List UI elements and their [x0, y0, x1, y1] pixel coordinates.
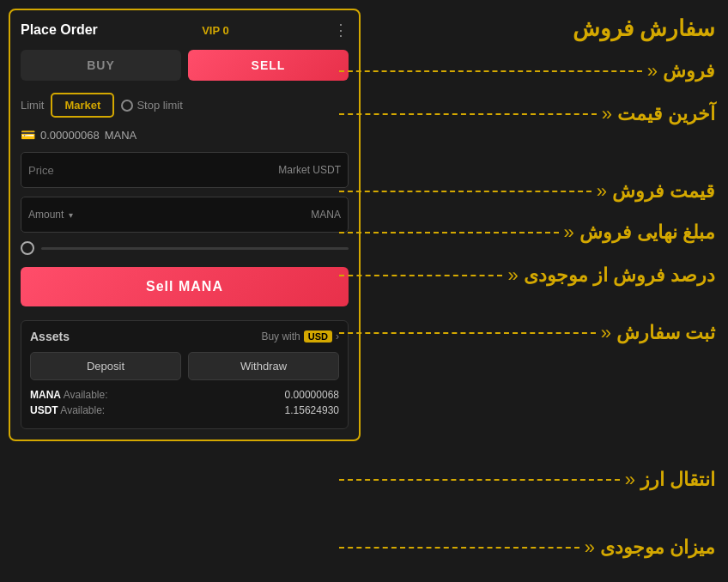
buy-with-row: Buy with USD ›	[261, 330, 339, 343]
panel-title: Place Order	[21, 22, 98, 38]
withdraw-button[interactable]: Withdraw	[188, 352, 339, 380]
card-icon: 💳	[21, 128, 35, 142]
annotation-last-price: » آخرین قیمت	[339, 103, 715, 125]
dash-sell-percent	[339, 275, 502, 276]
amount-input-group: Amount ▾ MANA	[21, 197, 349, 233]
chevron-right-icon[interactable]: ›	[336, 330, 339, 343]
tab-row: BUY SELL	[21, 50, 349, 81]
panel-header: Place Order VIP 0 ⋮	[21, 21, 349, 39]
menu-button[interactable]: ⋮	[333, 21, 349, 39]
mana-balance-label: MANA Available:	[30, 389, 108, 401]
arrow-sell-amount: »	[564, 221, 574, 244]
annotation-currency-transfer: » انتقال ارز	[339, 469, 715, 491]
last-price-text: آخرین قیمت	[617, 103, 715, 125]
dash-sell	[339, 70, 642, 72]
dash-last-price	[339, 113, 597, 115]
balance-text: میزان موجودی	[600, 537, 715, 559]
place-order-panel: Place Order VIP 0 ⋮ BUY SELL Limit Marke…	[9, 9, 361, 441]
order-type-row: Limit Market Stop limit	[21, 93, 349, 118]
slider-handle[interactable]	[21, 241, 34, 255]
buy-tab[interactable]: BUY	[21, 50, 181, 81]
limit-label: Limit	[21, 99, 44, 112]
usdt-balance-line: USDT Available: 1.15624930	[30, 404, 339, 416]
arrow-balance: »	[585, 537, 595, 559]
arrow-sell: »	[647, 60, 658, 82]
dash-submit	[339, 332, 596, 334]
dash-currency-transfer	[339, 479, 620, 481]
balance-row: 💳 0.00000068 MANA	[21, 128, 349, 142]
annotation-submit: » ثبت سفارش	[339, 322, 715, 344]
radio-icon	[121, 100, 133, 112]
balance-amount: 0.00000068	[40, 129, 100, 142]
currency-transfer-text: انتقال ارز	[640, 469, 715, 491]
action-buttons: Deposit Withdraw	[30, 352, 339, 380]
dash-balance	[339, 547, 579, 549]
price-input-group: Market USDT	[21, 152, 349, 188]
market-button[interactable]: Market	[51, 93, 114, 118]
vip-badge: VIP 0	[202, 24, 229, 37]
submit-text: ثبت سفارش	[616, 322, 715, 344]
arrow-currency-transfer: »	[625, 469, 635, 491]
annotation-balance: » میزان موجودی	[339, 537, 715, 559]
sell-button[interactable]: Sell MANA	[21, 267, 349, 306]
price-market-label: Market USDT	[278, 164, 341, 176]
amount-label: Amount ▾	[28, 209, 73, 221]
sell-amount-text: مبلغ نهایی فروش	[579, 221, 715, 244]
stop-limit-radio[interactable]: Stop limit	[121, 99, 182, 112]
annotation-sell-order: سفارش فروش	[573, 15, 715, 42]
annotation-sell-percent: » درصد فروش از موجودی	[339, 264, 715, 287]
amount-currency: MANA	[311, 209, 341, 221]
annotation-sell: » فروش	[339, 60, 715, 82]
sell-percent-text: درصد فروش از موجودی	[524, 264, 715, 287]
assets-title: Assets	[30, 330, 70, 343]
usd-badge: USD	[304, 330, 332, 343]
assets-header: Assets Buy with USD ›	[30, 330, 339, 343]
mana-balance-line: MANA Available: 0.00000068	[30, 389, 339, 401]
usdt-balance-amount: 1.15624930	[285, 404, 339, 416]
assets-section: Assets Buy with USD › Deposit Withdraw M…	[21, 320, 349, 429]
sell-tab[interactable]: SELL	[188, 50, 349, 81]
amount-dropdown-arrow[interactable]: ▾	[69, 210, 73, 220]
arrow-sell-percent: »	[507, 264, 518, 287]
slider-track[interactable]	[41, 247, 349, 250]
sell-text: فروش	[663, 60, 715, 82]
mana-balance-amount: 0.00000068	[285, 389, 339, 401]
arrow-sell-price: »	[597, 180, 607, 203]
amount-input[interactable]	[76, 209, 312, 221]
usdt-balance-label: USDT Available:	[30, 404, 105, 416]
arrow-last-price: »	[602, 103, 612, 125]
balance-currency: MANA	[105, 129, 137, 142]
sell-order-text: سفارش فروش	[573, 15, 715, 42]
sell-price-text: قیمت فروش	[612, 180, 715, 203]
dash-sell-amount	[339, 232, 559, 233]
stop-limit-label: Stop limit	[136, 99, 182, 112]
deposit-button[interactable]: Deposit	[30, 352, 181, 380]
annotation-sell-price: » قیمت فروش	[339, 180, 715, 203]
arrow-submit: »	[601, 322, 611, 344]
slider-row	[21, 241, 349, 255]
buy-with-label: Buy with	[261, 330, 300, 343]
price-input[interactable]	[28, 164, 278, 177]
annotation-sell-amount: » مبلغ نهایی فروش	[339, 221, 715, 244]
dash-sell-price	[339, 191, 592, 192]
